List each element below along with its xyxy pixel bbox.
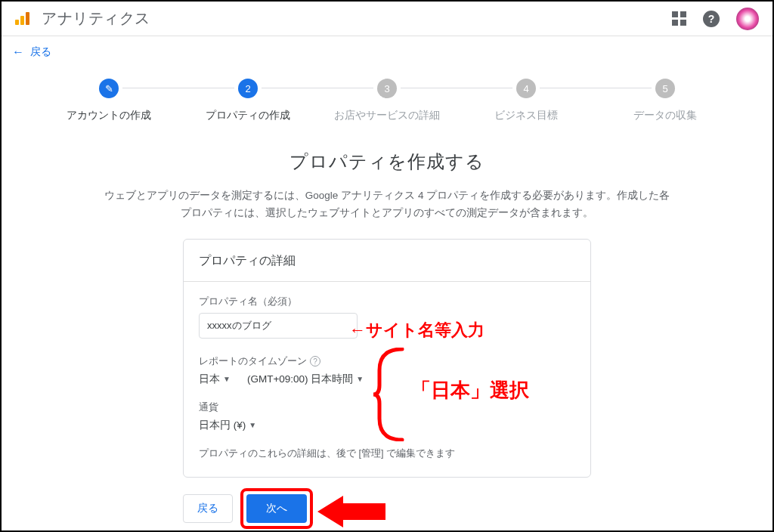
user-avatar[interactable] — [736, 8, 759, 30]
back-button[interactable]: 戻る — [183, 494, 233, 523]
step-5-data: 5 データの収集 — [596, 79, 735, 122]
timezone-value: (GMT+09:00) 日本時間 — [247, 373, 353, 386]
back-link-label: 戻る — [30, 45, 51, 59]
property-name-input[interactable] — [199, 313, 358, 339]
step-label: プロパティの作成 — [206, 109, 290, 122]
step-label: お店やサービスの詳細 — [334, 109, 440, 122]
back-link[interactable]: ← 戻る — [2, 36, 772, 68]
app-header: アナリティクス ? — [2, 2, 772, 36]
pencil-icon: ✎ — [105, 83, 113, 94]
next-button[interactable]: 次へ — [246, 494, 307, 523]
step-number: 2 — [238, 79, 258, 98]
footer-buttons: 戻る 次へ — [183, 488, 591, 529]
card-footnote: プロパティのこれらの詳細は、後で [管理] で編集できます — [199, 447, 575, 460]
help-tooltip-icon[interactable]: ? — [310, 356, 320, 367]
step-number: 3 — [377, 79, 397, 98]
main-content: プロパティを作成する ウェブとアプリのデータを測定するには、Google アナリ… — [2, 150, 772, 529]
annotation-highlight-box: 次へ — [240, 488, 313, 529]
stepper: ✎ アカウントの作成 2 プロパティの作成 3 お店やサービスの詳細 4 ビジネ… — [39, 79, 735, 122]
step-label: ビジネス目標 — [494, 109, 558, 122]
property-details-card: プロパティの詳細 プロパティ名（必須） レポートのタイムゾーン ? 日本 ▼ (… — [183, 239, 591, 478]
analytics-logo-icon — [15, 12, 29, 25]
divider — [184, 281, 590, 282]
card-title: プロパティの詳細 — [199, 253, 575, 269]
page-description: ウェブとアプリのデータを測定するには、Google アナリティクス 4 プロパテ… — [100, 187, 674, 222]
step-1-account[interactable]: ✎ アカウントの作成 — [39, 79, 178, 122]
step-number: 4 — [516, 79, 536, 98]
timezone-country-dropdown[interactable]: 日本 ▼ — [199, 373, 231, 386]
chevron-down-icon: ▼ — [356, 375, 364, 383]
step-2-property[interactable]: 2 プロパティの作成 — [178, 79, 317, 122]
page-heading: プロパティを作成する — [2, 150, 772, 174]
currency-value: 日本円 (¥) — [199, 419, 246, 432]
timezone-label: レポートのタイムゾーン ? — [199, 355, 575, 368]
chevron-down-icon: ▼ — [223, 375, 231, 383]
apps-grid-icon[interactable] — [672, 11, 686, 26]
arrow-left-icon: ← — [12, 45, 24, 59]
timezone-dropdown[interactable]: (GMT+09:00) 日本時間 ▼ — [247, 373, 364, 386]
currency-dropdown[interactable]: 日本円 (¥) ▼ — [199, 419, 256, 432]
step-4-goal: 4 ビジネス目標 — [457, 79, 596, 122]
step-3-business-details: 3 お店やサービスの詳細 — [317, 79, 457, 122]
app-title: アナリティクス — [42, 8, 150, 29]
timezone-country-value: 日本 — [199, 373, 220, 386]
step-number: 5 — [655, 79, 675, 98]
chevron-down-icon: ▼ — [249, 421, 256, 429]
help-icon[interactable]: ? — [703, 11, 720, 27]
step-label: アカウントの作成 — [67, 109, 151, 122]
step-label: データの収集 — [633, 109, 697, 122]
property-name-label: プロパティ名（必須） — [199, 295, 575, 308]
currency-label: 通貨 — [199, 401, 575, 414]
